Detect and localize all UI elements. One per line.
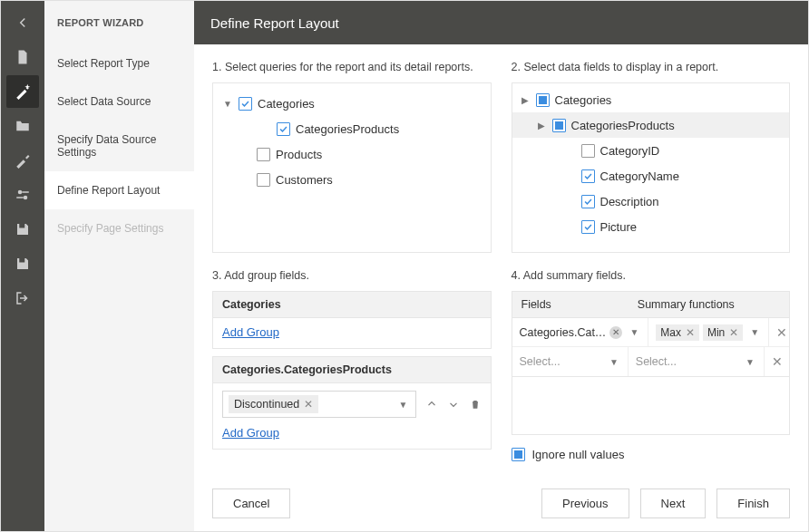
field-label: Categories — [555, 93, 612, 107]
finish-button[interactable]: Finish — [716, 488, 790, 518]
chevron-down-icon[interactable]: ▼ — [395, 400, 412, 410]
section4-title: 4. Add summary fields. — [512, 269, 791, 282]
field-item[interactable]: Description — [512, 189, 790, 214]
summary-field-select[interactable]: Categories.Cat…✕▼ — [512, 318, 649, 346]
row-delete-icon[interactable]: ✕ — [768, 318, 794, 346]
summary-field-select[interactable]: Select...▼ — [512, 347, 629, 376]
field-item[interactable]: CategoryID — [512, 138, 790, 163]
query-label: Customers — [276, 173, 333, 187]
chevron-down-icon[interactable]: ▼ — [606, 357, 622, 367]
chevron-down-icon[interactable]: ▼ — [746, 327, 763, 337]
query-item[interactable]: CategoriesProducts — [222, 116, 482, 141]
checkbox[interactable] — [581, 195, 595, 208]
chip-remove-icon[interactable]: ✕ — [304, 398, 313, 411]
settings-icon[interactable] — [6, 179, 39, 211]
clear-icon[interactable]: ✕ — [609, 326, 622, 339]
add-group-link[interactable]: Add Group — [222, 325, 279, 339]
summary-func-select[interactable]: Max✕Min✕▼ — [648, 318, 768, 346]
section-summary: 4. Add summary fields. Fields Summary fu… — [512, 269, 791, 461]
row-delete-icon[interactable]: ✕ — [764, 347, 789, 376]
section2-title: 2. Select data fields to display in a re… — [512, 61, 791, 73]
group-header: Categories.CategoriesProducts — [212, 356, 492, 382]
wizard-sidebar: REPORT WIZARD Select Report TypeSelect D… — [44, 1, 194, 531]
summary-field-text: Select... — [520, 355, 602, 368]
group-block: Categories.CategoriesProductsDiscontinue… — [212, 356, 492, 450]
field-label: Description — [600, 195, 659, 208]
chevron-down-icon[interactable]: ▼ — [626, 327, 642, 337]
report-wizard-window: REPORT WIZARD Select Report TypeSelect D… — [0, 0, 809, 532]
func-chip: Min✕ — [703, 324, 743, 341]
group-body: Discontinued✕▼Add Group — [212, 382, 492, 450]
field-item[interactable]: Picture — [512, 214, 790, 239]
design-icon[interactable] — [6, 144, 39, 177]
checkbox[interactable] — [536, 93, 550, 107]
group-header: Categories — [212, 291, 492, 317]
func-chip: Max✕ — [656, 324, 699, 341]
field-item[interactable]: ▶Categories — [512, 87, 790, 112]
field-label: CategoryID — [600, 144, 660, 158]
field-label: Picture — [600, 220, 637, 234]
save-icon[interactable] — [6, 213, 39, 246]
add-group-link[interactable]: Add Group — [222, 426, 279, 440]
folder-icon[interactable] — [6, 110, 39, 142]
group-actions — [425, 398, 482, 411]
checkbox[interactable] — [581, 220, 595, 234]
move-down-icon[interactable] — [447, 398, 460, 411]
group-chip: Discontinued✕ — [229, 395, 318, 413]
back-icon[interactable] — [6, 6, 39, 39]
chevron-down-icon[interactable]: ▼ — [742, 357, 758, 367]
step-1[interactable]: Select Data Source — [44, 82, 194, 121]
next-button[interactable]: Next — [640, 488, 707, 518]
group-field-input[interactable]: Discontinued✕▼ — [222, 391, 416, 418]
step-2[interactable]: Specify Data Source Settings — [44, 121, 194, 171]
previous-button[interactable]: Previous — [541, 488, 629, 518]
chevron-right-icon[interactable]: ▶ — [536, 121, 547, 131]
chip-remove-icon[interactable]: ✕ — [686, 326, 695, 339]
query-item[interactable]: ▼Categories — [222, 91, 482, 116]
summary-empty-area — [512, 377, 791, 435]
chevron-down-icon[interactable]: ▼ — [222, 99, 233, 109]
main-body: 1. Select queries for the report and its… — [194, 44, 808, 531]
step-0[interactable]: Select Report Type — [44, 44, 194, 82]
button-row: Cancel Previous Next Finish — [212, 476, 790, 518]
step-3[interactable]: Define Report Layout — [44, 171, 194, 209]
new-report-icon[interactable] — [6, 41, 39, 73]
summary-row: Select...▼Select...▼✕ — [512, 347, 790, 376]
checkbox[interactable] — [581, 144, 595, 158]
query-label: Products — [276, 148, 322, 161]
chevron-right-icon[interactable]: ▶ — [520, 95, 531, 105]
svg-point-1 — [24, 196, 28, 200]
field-label: CategoryName — [600, 169, 679, 183]
chip-remove-icon[interactable]: ✕ — [729, 326, 738, 339]
move-up-icon[interactable] — [425, 398, 438, 411]
section-groups: 3. Add group fields. CategoriesAdd Group… — [212, 269, 492, 461]
cancel-button[interactable]: Cancel — [212, 488, 290, 518]
save-as-icon[interactable] — [6, 247, 39, 280]
query-item[interactable]: Customers — [222, 167, 482, 192]
delete-icon[interactable] — [469, 398, 482, 411]
checkbox[interactable] — [581, 169, 595, 183]
field-item[interactable]: ▶CategoriesProducts — [512, 112, 790, 138]
checkbox[interactable] — [257, 173, 270, 187]
summary-func-select[interactable]: Select...▼ — [629, 347, 764, 376]
exit-icon[interactable] — [6, 282, 39, 314]
checkbox[interactable] — [552, 119, 566, 132]
query-item[interactable]: Products — [222, 141, 482, 167]
section-fields: 2. Select data fields to display in a re… — [512, 61, 791, 253]
icon-strip — [1, 1, 44, 531]
section1-title: 1. Select queries for the report and its… — [212, 61, 492, 73]
ignore-null-row: Ignore null values — [512, 448, 791, 461]
summary-func-placeholder: Select... — [636, 355, 677, 368]
svg-point-0 — [18, 190, 23, 195]
query-label: CategoriesProducts — [296, 122, 399, 136]
field-label: CategoriesProducts — [571, 119, 675, 132]
col-fields: Fields — [512, 292, 629, 317]
checkbox[interactable] — [277, 122, 290, 136]
fields-tree: ▶Categories▶CategoriesProductsCategoryID… — [512, 82, 791, 253]
ignore-null-checkbox[interactable] — [512, 448, 525, 461]
col-funcs: Summary functions — [629, 292, 764, 317]
checkbox[interactable] — [257, 148, 270, 161]
checkbox[interactable] — [239, 97, 252, 111]
field-item[interactable]: CategoryName — [512, 163, 790, 189]
wizard-icon[interactable] — [6, 75, 39, 108]
